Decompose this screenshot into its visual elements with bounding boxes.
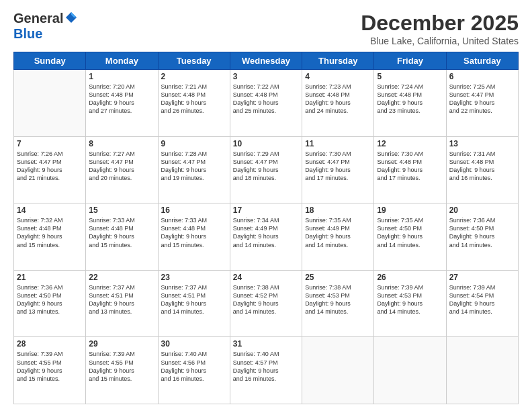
calendar-cell: 29Sunrise: 7:39 AM Sunset: 4:55 PM Dayli… (86, 337, 158, 404)
calendar-week-5: 28Sunrise: 7:39 AM Sunset: 4:55 PM Dayli… (14, 337, 519, 404)
calendar-header-row: SundayMondayTuesdayWednesdayThursdayFrid… (14, 52, 519, 70)
day-info: Sunrise: 7:39 AM Sunset: 4:55 PM Dayligh… (17, 350, 83, 383)
day-number: 7 (17, 139, 83, 148)
day-number: 25 (305, 273, 371, 282)
day-info: Sunrise: 7:40 AM Sunset: 4:56 PM Dayligh… (161, 350, 227, 383)
day-info: Sunrise: 7:35 AM Sunset: 4:50 PM Dayligh… (377, 216, 443, 249)
day-number: 17 (233, 205, 299, 215)
title-section: December 2025 Blue Lake, California, Uni… (361, 11, 519, 46)
day-info: Sunrise: 7:36 AM Sunset: 4:50 PM Dayligh… (17, 283, 83, 316)
day-of-week-thursday: Thursday (302, 52, 374, 70)
calendar-cell: 14Sunrise: 7:32 AM Sunset: 4:48 PM Dayli… (14, 203, 86, 271)
day-info: Sunrise: 7:22 AM Sunset: 4:48 PM Dayligh… (233, 83, 299, 116)
day-info: Sunrise: 7:20 AM Sunset: 4:48 PM Dayligh… (89, 83, 154, 116)
day-number: 23 (161, 273, 227, 282)
calendar-cell: 13Sunrise: 7:31 AM Sunset: 4:48 PM Dayli… (446, 136, 518, 203)
page: General Blue December 2025 Blue Lake, Ca… (0, 0, 532, 411)
day-info: Sunrise: 7:29 AM Sunset: 4:47 PM Dayligh… (233, 150, 299, 183)
calendar-cell: 19Sunrise: 7:35 AM Sunset: 4:50 PM Dayli… (374, 203, 446, 271)
day-info: Sunrise: 7:39 AM Sunset: 4:54 PM Dayligh… (449, 283, 515, 316)
calendar-cell: 18Sunrise: 7:35 AM Sunset: 4:49 PM Dayli… (302, 203, 374, 271)
calendar-cell: 15Sunrise: 7:33 AM Sunset: 4:48 PM Dayli… (86, 203, 158, 271)
day-info: Sunrise: 7:36 AM Sunset: 4:50 PM Dayligh… (449, 216, 515, 249)
calendar-cell: 8Sunrise: 7:27 AM Sunset: 4:47 PM Daylig… (86, 136, 158, 203)
day-number: 27 (449, 273, 515, 282)
day-number: 24 (233, 273, 299, 282)
day-info: Sunrise: 7:26 AM Sunset: 4:47 PM Dayligh… (17, 150, 83, 183)
day-info: Sunrise: 7:30 AM Sunset: 4:48 PM Dayligh… (377, 150, 443, 183)
day-number: 10 (233, 139, 299, 148)
day-info: Sunrise: 7:23 AM Sunset: 4:48 PM Dayligh… (305, 83, 371, 116)
calendar-cell: 16Sunrise: 7:33 AM Sunset: 4:48 PM Dayli… (158, 203, 230, 271)
day-info: Sunrise: 7:27 AM Sunset: 4:47 PM Dayligh… (89, 150, 154, 183)
calendar-cell (446, 337, 518, 404)
calendar-cell (302, 337, 374, 404)
calendar-cell: 12Sunrise: 7:30 AM Sunset: 4:48 PM Dayli… (374, 136, 446, 203)
day-number: 8 (89, 139, 154, 148)
calendar-cell: 10Sunrise: 7:29 AM Sunset: 4:47 PM Dayli… (230, 136, 302, 203)
calendar-cell: 3Sunrise: 7:22 AM Sunset: 4:48 PM Daylig… (230, 70, 302, 137)
day-info: Sunrise: 7:31 AM Sunset: 4:48 PM Dayligh… (449, 150, 515, 183)
calendar-cell: 22Sunrise: 7:37 AM Sunset: 4:51 PM Dayli… (86, 270, 158, 337)
calendar-cell: 30Sunrise: 7:40 AM Sunset: 4:56 PM Dayli… (158, 337, 230, 404)
calendar-week-3: 14Sunrise: 7:32 AM Sunset: 4:48 PM Dayli… (14, 203, 519, 271)
calendar-week-4: 21Sunrise: 7:36 AM Sunset: 4:50 PM Dayli… (14, 270, 519, 337)
location: Blue Lake, California, United States (361, 36, 519, 46)
day-number: 30 (161, 339, 227, 349)
calendar-cell (14, 70, 86, 137)
calendar-cell: 17Sunrise: 7:34 AM Sunset: 4:49 PM Dayli… (230, 203, 302, 271)
calendar-cell: 11Sunrise: 7:30 AM Sunset: 4:47 PM Dayli… (302, 136, 374, 203)
day-number: 16 (161, 205, 227, 215)
calendar-cell: 9Sunrise: 7:28 AM Sunset: 4:47 PM Daylig… (158, 136, 230, 203)
calendar-cell: 21Sunrise: 7:36 AM Sunset: 4:50 PM Dayli… (14, 270, 86, 337)
calendar-week-2: 7Sunrise: 7:26 AM Sunset: 4:47 PM Daylig… (14, 136, 519, 203)
day-number: 1 (89, 72, 154, 81)
day-number: 26 (377, 273, 443, 282)
calendar-cell (374, 337, 446, 404)
day-info: Sunrise: 7:21 AM Sunset: 4:48 PM Dayligh… (161, 83, 227, 116)
day-info: Sunrise: 7:28 AM Sunset: 4:47 PM Dayligh… (161, 150, 227, 183)
day-info: Sunrise: 7:37 AM Sunset: 4:51 PM Dayligh… (89, 283, 154, 316)
day-info: Sunrise: 7:33 AM Sunset: 4:48 PM Dayligh… (89, 216, 154, 249)
month-title: December 2025 (361, 11, 519, 36)
day-number: 12 (377, 139, 443, 148)
day-number: 13 (449, 139, 515, 148)
calendar-cell: 20Sunrise: 7:36 AM Sunset: 4:50 PM Dayli… (446, 203, 518, 271)
calendar-cell: 26Sunrise: 7:39 AM Sunset: 4:53 PM Dayli… (374, 270, 446, 337)
day-number: 2 (161, 72, 227, 81)
day-info: Sunrise: 7:35 AM Sunset: 4:49 PM Dayligh… (305, 216, 371, 249)
calendar-cell: 6Sunrise: 7:25 AM Sunset: 4:47 PM Daylig… (446, 70, 518, 137)
day-of-week-sunday: Sunday (14, 52, 86, 70)
calendar-cell: 28Sunrise: 7:39 AM Sunset: 4:55 PM Dayli… (14, 337, 86, 404)
day-number: 11 (305, 139, 371, 148)
day-info: Sunrise: 7:39 AM Sunset: 4:53 PM Dayligh… (377, 283, 443, 316)
calendar-cell: 7Sunrise: 7:26 AM Sunset: 4:47 PM Daylig… (14, 136, 86, 203)
day-info: Sunrise: 7:34 AM Sunset: 4:49 PM Dayligh… (233, 216, 299, 249)
day-number: 4 (305, 72, 371, 81)
day-number: 20 (449, 205, 515, 215)
day-number: 19 (377, 205, 443, 215)
calendar-table: SundayMondayTuesdayWednesdayThursdayFrid… (13, 52, 519, 404)
day-number: 6 (449, 72, 515, 81)
day-info: Sunrise: 7:38 AM Sunset: 4:53 PM Dayligh… (305, 283, 371, 316)
day-number: 3 (233, 72, 299, 81)
day-number: 9 (161, 139, 227, 148)
day-of-week-saturday: Saturday (446, 52, 518, 70)
day-info: Sunrise: 7:32 AM Sunset: 4:48 PM Dayligh… (17, 216, 83, 249)
calendar-cell: 5Sunrise: 7:24 AM Sunset: 4:48 PM Daylig… (374, 70, 446, 137)
day-number: 18 (305, 205, 371, 215)
calendar-cell: 23Sunrise: 7:37 AM Sunset: 4:51 PM Dayli… (158, 270, 230, 337)
day-number: 29 (89, 339, 154, 349)
logo-icon (64, 11, 78, 24)
logo-blue-text: Blue (13, 26, 42, 42)
logo-general-text: General (13, 11, 63, 26)
calendar-week-1: 1Sunrise: 7:20 AM Sunset: 4:48 PM Daylig… (14, 70, 519, 137)
day-of-week-wednesday: Wednesday (230, 52, 302, 70)
day-number: 14 (17, 205, 83, 215)
day-number: 22 (89, 273, 154, 282)
day-number: 31 (233, 339, 299, 349)
day-info: Sunrise: 7:33 AM Sunset: 4:48 PM Dayligh… (161, 216, 227, 249)
day-of-week-tuesday: Tuesday (158, 52, 230, 70)
calendar-cell: 2Sunrise: 7:21 AM Sunset: 4:48 PM Daylig… (158, 70, 230, 137)
calendar-cell: 25Sunrise: 7:38 AM Sunset: 4:53 PM Dayli… (302, 270, 374, 337)
